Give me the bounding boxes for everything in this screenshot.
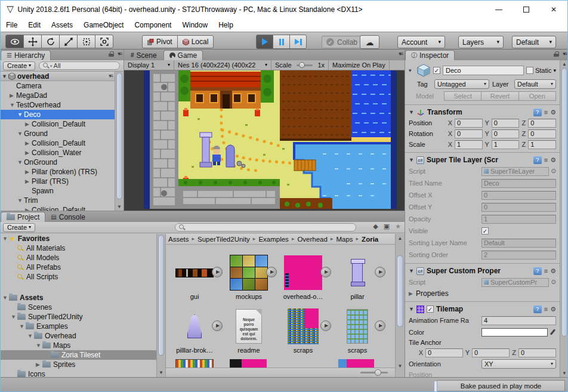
project-tree-item[interactable]: ▼Overhead	[1, 331, 156, 341]
layers-dropdown[interactable]: Layers	[458, 36, 504, 48]
menu-item-component[interactable]: Component	[129, 18, 177, 32]
scrollbar-thumb[interactable]	[397, 255, 403, 327]
menu-item-help[interactable]: Help	[213, 18, 239, 32]
asset-item[interactable]: scraps	[284, 307, 322, 345]
asset-item[interactable]	[230, 359, 268, 368]
static-dropdown-icon[interactable]	[553, 68, 556, 73]
transform-header[interactable]: ▼ Transform ?	[409, 107, 556, 118]
scrollbar-thumb[interactable]	[158, 235, 164, 356]
menu-item-file[interactable]: File	[1, 18, 23, 32]
title-bar[interactable]: ◁ Unity 2018.2.6f1 Personal (64bit) - ov…	[1, 1, 567, 18]
project-tree-item[interactable]: ▼SuperTiled2Unity	[1, 312, 156, 322]
foldout-icon[interactable]: ▼	[17, 131, 24, 137]
expand-subassets-icon[interactable]	[375, 267, 385, 277]
axis-field[interactable]: 1	[492, 140, 520, 149]
foldout-icon[interactable]: ▶	[10, 92, 16, 98]
scene-header-row[interactable]: ▼ overhead	[1, 72, 115, 81]
asset-item[interactable]: pilllar-brok…	[175, 307, 214, 345]
axis-field[interactable]: 0	[528, 129, 556, 138]
tab-scene[interactable]: Scene	[125, 50, 162, 60]
hierarchy-item[interactable]: ▼OnGround	[1, 158, 115, 167]
hierarchy-scrollbar[interactable]: ▼	[115, 72, 124, 211]
foldout-icon[interactable]: ▼	[19, 323, 26, 329]
expand-subassets-icon[interactable]	[212, 267, 223, 277]
hierarchy-search-input[interactable]: All	[39, 61, 120, 70]
account-dropdown[interactable]: Account	[397, 36, 445, 48]
object-picker-icon[interactable]	[551, 279, 556, 285]
step-button[interactable]	[289, 35, 307, 49]
asset-item[interactable]: gui	[175, 254, 214, 292]
project-tree-item[interactable]: ▼★Favorites	[1, 234, 156, 243]
layer-dropdown[interactable]: Default	[514, 79, 556, 89]
hierarchy-item[interactable]: ▼Ground	[1, 129, 115, 138]
hierarchy-item[interactable]: ▶Collision_Default	[1, 205, 115, 211]
close-button[interactable]: ✕	[540, 1, 567, 18]
pane-menu-icon[interactable]	[118, 51, 121, 57]
super-tile-layer-header[interactable]: ▼ Super Tile Layer (Scr ?	[409, 155, 556, 165]
scroll-down-icon[interactable]: ▼	[157, 370, 165, 375]
axis-field[interactable]: 0	[455, 119, 483, 128]
slider-knob[interactable]	[375, 369, 381, 376]
preview-foldout-icon[interactable]: ▾	[409, 67, 414, 73]
menu-item-assets[interactable]: Assets	[46, 18, 78, 32]
project-tree-item[interactable]: Scenes	[1, 303, 156, 312]
properties-foldout[interactable]: ▶ Properties	[409, 288, 556, 299]
breadcrumb-item[interactable]: Zoria	[362, 236, 378, 243]
pane-menu-icon[interactable]	[399, 51, 402, 57]
move-tool-button[interactable]	[23, 35, 42, 48]
preset-icon[interactable]	[544, 109, 548, 116]
hierarchy-create-button[interactable]: Create	[3, 61, 35, 70]
foldout-icon[interactable]: ▶	[25, 178, 32, 184]
hierarchy-item[interactable]: Camera	[1, 81, 115, 91]
foldout-icon[interactable]: ▼	[17, 197, 24, 203]
scroll-down-icon[interactable]: ▼	[115, 204, 124, 209]
foldout-icon[interactable]: ▼	[2, 295, 9, 301]
maximize-on-play-button[interactable]: Maximize On Play	[329, 60, 390, 70]
expand-subassets-icon[interactable]	[266, 267, 277, 277]
hierarchy-item[interactable]: ▶Pillar (TRS)	[1, 177, 115, 186]
hierarchy-item[interactable]: ▶Collision_Default	[1, 138, 115, 148]
pane-menu-icon[interactable]	[563, 51, 566, 57]
model-select-button[interactable]: Select	[444, 91, 481, 101]
color-swatch[interactable]	[481, 328, 548, 337]
minimize-button[interactable]: —	[485, 1, 513, 18]
axis-field[interactable]: 0	[492, 119, 520, 128]
breadcrumb-item[interactable]: Assets	[168, 236, 189, 243]
rect-tool-button[interactable]	[77, 35, 95, 48]
breadcrumb-item[interactable]: Examples	[258, 236, 289, 243]
hierarchy-item[interactable]: ▶Collision_Water	[1, 148, 115, 158]
axis-field[interactable]: 0	[492, 129, 520, 138]
pause-button[interactable]	[273, 35, 290, 49]
search-by-label-icon[interactable]	[384, 223, 390, 230]
axis-field[interactable]: 1	[528, 140, 556, 149]
axis-field[interactable]: 0	[518, 348, 556, 357]
foldout-icon[interactable]: ▼	[409, 157, 414, 163]
model-open-button[interactable]: Open	[518, 91, 556, 101]
project-tree-item[interactable]: ▼Maps	[1, 341, 156, 350]
anim-frame-rate-field[interactable]: 4	[481, 316, 556, 325]
script-object-field[interactable]: SuperCustomPr	[481, 278, 549, 287]
asset-item[interactable]: scraps	[338, 307, 376, 345]
object-picker-icon[interactable]	[551, 168, 556, 174]
project-tree-item[interactable]: All Prefabs	[1, 263, 156, 272]
foldout-icon[interactable]: ▼	[409, 109, 414, 115]
breadcrumb-item[interactable]: Maps	[336, 236, 353, 243]
project-tree-item[interactable]: All Scripts	[1, 272, 156, 282]
rotate-tool-button[interactable]	[41, 35, 60, 48]
tab-console[interactable]: Console	[45, 212, 90, 222]
menu-item-window[interactable]: Window	[177, 18, 213, 32]
project-tree-item[interactable]: Icons	[1, 369, 156, 377]
tilemap-enabled-checkbox[interactable]: ✓	[427, 305, 434, 313]
game-viewport[interactable]	[144, 70, 397, 209]
foldout-icon[interactable]: ▼	[2, 236, 9, 242]
project-create-button[interactable]: Create	[3, 223, 35, 232]
pivot-toggle-button[interactable]: Pivot	[142, 35, 178, 48]
foldout-icon[interactable]: ▶	[36, 362, 42, 368]
tab-project[interactable]: Project	[1, 212, 45, 222]
layout-dropdown[interactable]: Default	[512, 36, 556, 48]
gear-icon[interactable]	[550, 157, 556, 163]
play-button[interactable]	[256, 35, 273, 49]
help-icon[interactable]: ?	[533, 267, 542, 275]
hierarchy-item[interactable]: ▶Pillar (broken) (TRS)	[1, 167, 115, 177]
tab-inspector[interactable]: Inspector	[405, 50, 455, 60]
